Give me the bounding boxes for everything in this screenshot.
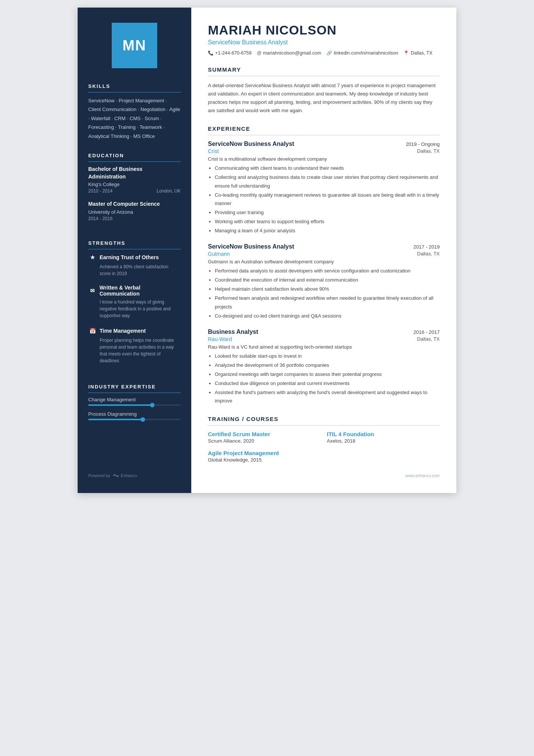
edu-school-2: University of Arizona: [88, 209, 181, 215]
expertise-item-2: Process Diagramming: [88, 411, 181, 420]
skills-title: SKILLS: [88, 83, 181, 92]
training-item-3: Agile Project Management Global Knowledg…: [208, 450, 321, 463]
training-sub-3: Global Knowledge, 2015: [208, 457, 321, 463]
education-section: EDUCATION Bachelor of Business Administr…: [88, 153, 181, 228]
exp-header-3: Business Analyst 2016 - 2017: [208, 329, 440, 335]
expertise-title: INDUSTRY EXPERTISE: [88, 384, 181, 393]
summary-section: SUMMARY A detail-oriented ServiceNow Bus…: [208, 66, 440, 115]
enhancv-icon: [112, 473, 119, 478]
edu-meta-2: 2014 - 2016: [88, 216, 181, 221]
edu-item-1: Bachelor of Business Administration King…: [88, 166, 181, 194]
strength-title-2: Written & Verbal Communication: [100, 285, 181, 297]
exp-role-3: Business Analyst: [208, 329, 258, 335]
expertise-section: INDUSTRY EXPERTISE Change Management Pro…: [88, 384, 181, 426]
star-icon: ★: [88, 253, 97, 261]
bullet-1-4: Providing user training: [215, 208, 440, 217]
bullet-3-4: Conducted due diligence on potential and…: [215, 379, 440, 388]
envelope-icon: ✉: [88, 286, 97, 295]
linkedin-icon: 🔗: [326, 50, 332, 56]
bullet-2-2: Coordinated the execution of internal an…: [215, 276, 440, 284]
expertise-bar-bg-1: [88, 404, 181, 406]
exp-desc-3: Rau-Ward is a VC fund aimed at supportin…: [208, 344, 440, 350]
exp-location-2: Dallas, TX: [417, 251, 440, 257]
expertise-bar-bg-2: [88, 419, 181, 420]
strength-title-3: Time Management: [100, 328, 146, 334]
linkedin-value: linkedin.com/in/mariahnicolson: [334, 50, 398, 56]
exp-item-2: ServiceNow Business Analyst 2017 - 2019 …: [208, 243, 440, 320]
main-header: MARIAH NICOLSON ServiceNow Business Anal…: [208, 23, 440, 56]
exp-bullets-3: Looked for suitable start-ups to invest …: [208, 352, 440, 405]
main-footer: www.enhancv.com: [208, 473, 440, 478]
training-grid: Certified Scrum Master Scrum Alliance, 2…: [208, 431, 440, 463]
training-name-1: Certified Scrum Master: [208, 431, 321, 437]
training-title: TRAINING / COURSES: [208, 416, 440, 426]
skills-section: SKILLS ServiceNow · Project Management ·…: [88, 83, 181, 141]
avatar-container: MN: [88, 23, 181, 68]
edu-location-1: London, UK: [157, 188, 181, 194]
bullet-2-4: Performed team analysis and redesigned w…: [215, 294, 440, 311]
strength-item-1: ★ Earning Trust of Others Achieved a 90%…: [88, 253, 181, 277]
footer-url: www.enhancv.com: [405, 473, 440, 478]
sidebar-footer: Powered by Enhancv: [88, 466, 181, 478]
contact-linkedin: 🔗 linkedin.com/in/mariahnicolson: [326, 50, 398, 56]
bullet-1-6: Managing a team of 4 junior analysts: [215, 227, 440, 235]
email-value: mariahnicolson@gmail.com: [263, 50, 321, 56]
training-item-2: ITIL 4 Foundation Axelos, 2018: [327, 431, 440, 444]
summary-text: A detail-oriented ServiceNow Business An…: [208, 81, 440, 115]
strength-item-2: ✉ Written & Verbal Communication I know …: [88, 285, 181, 319]
bullet-2-5: Co-designed and co-led client trainings …: [215, 312, 440, 320]
expertise-bar-fill-2: [88, 419, 144, 420]
bullet-2-3: Helped maintain client satisfaction leve…: [215, 285, 440, 293]
bullet-1-1: Communicating with client teams to under…: [215, 164, 440, 172]
exp-role-2: ServiceNow Business Analyst: [208, 243, 294, 250]
exp-item-1: ServiceNow Business Analyst 2019 - Ongoi…: [208, 141, 440, 235]
bullet-3-1: Looked for suitable start-ups to invest …: [215, 352, 440, 360]
strength-item-3: 📅 Time Management Proper planning helps …: [88, 327, 181, 364]
email-icon: @: [257, 50, 261, 56]
bullet-1-3: Co-leading monthly quality management re…: [215, 191, 440, 208]
phone-value: +1-244-670-6759: [215, 50, 251, 56]
edu-item-2: Master of Computer Science University of…: [88, 200, 181, 221]
exp-sub-1: Crist Dallas, TX: [208, 148, 440, 154]
exp-item-3: Business Analyst 2016 - 2017 Rau-Ward Da…: [208, 329, 440, 405]
training-name-2: ITIL 4 Foundation: [327, 431, 440, 437]
exp-bullets-1: Communicating with client teams to under…: [208, 164, 440, 235]
phone-icon: 📞: [208, 50, 214, 56]
training-section: TRAINING / COURSES Certified Scrum Maste…: [208, 416, 440, 463]
sidebar: MN SKILLS ServiceNow · Project Managemen…: [78, 8, 191, 493]
strength-header-1: ★ Earning Trust of Others: [88, 253, 181, 261]
location-value: Dallas, TX: [411, 50, 432, 56]
strengths-title: STRENGTHS: [88, 240, 181, 249]
bullet-3-5: Assisted the fund's partners with analyz…: [215, 388, 440, 405]
exp-dates-1: 2019 - Ongoing: [406, 141, 440, 147]
main-content: MARIAH NICOLSON ServiceNow Business Anal…: [191, 8, 456, 493]
candidate-title: ServiceNow Business Analyst: [208, 39, 440, 46]
exp-sub-2: Gutmann Dallas, TX: [208, 251, 440, 257]
expertise-label-2: Process Diagramming: [88, 411, 181, 417]
exp-header-2: ServiceNow Business Analyst 2017 - 2019: [208, 243, 440, 250]
strength-desc-2: I know a hundred ways of giving negative…: [88, 299, 181, 319]
location-icon: 📍: [403, 50, 409, 56]
exp-location-1: Dallas, TX: [417, 148, 440, 154]
candidate-name: MARIAH NICOLSON: [208, 23, 440, 38]
training-sub-1: Scrum Alliance, 2020: [208, 438, 321, 444]
exp-company-3: Rau-Ward: [208, 336, 232, 342]
avatar: MN: [112, 23, 157, 68]
bullet-3-2: Analyzed the development of 36 portfolio…: [215, 361, 440, 369]
edu-degree-1: Bachelor of Business Administration: [88, 166, 181, 180]
strength-header-2: ✉ Written & Verbal Communication: [88, 285, 181, 297]
exp-company-2: Gutmann: [208, 251, 230, 257]
exp-location-3: Dallas, TX: [417, 336, 440, 342]
calendar-icon: 📅: [88, 327, 97, 335]
contact-row: 📞 +1-244-670-6759 @ mariahnicolson@gmail…: [208, 50, 440, 56]
exp-company-1: Crist: [208, 148, 219, 154]
strengths-section: STRENGTHS ★ Earning Trust of Others Achi…: [88, 240, 181, 372]
bullet-2-1: Performed data analysis to assist develo…: [215, 267, 440, 275]
contact-phone: 📞 +1-244-670-6759: [208, 50, 251, 56]
exp-desc-1: Crist is a multinational software develo…: [208, 156, 440, 162]
strength-desc-1: Achieved a 90% client satisfaction score…: [88, 263, 181, 277]
training-sub-2: Axelos, 2018: [327, 438, 440, 444]
expertise-bar-fill-1: [88, 404, 153, 406]
summary-title: SUMMARY: [208, 66, 440, 76]
exp-sub-3: Rau-Ward Dallas, TX: [208, 336, 440, 342]
